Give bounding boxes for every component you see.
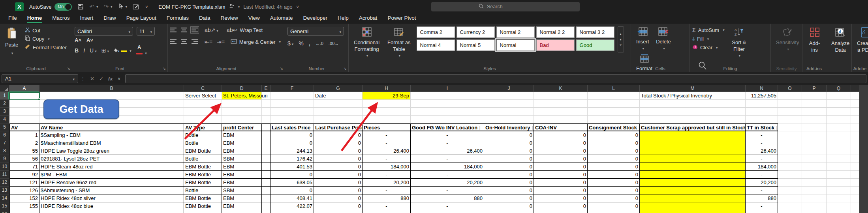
cell-K7[interactable]: 0	[534, 139, 588, 147]
orientation-button[interactable]: ab↗	[205, 27, 218, 33]
cell-D13[interactable]: SBM	[222, 187, 262, 194]
cell-H2[interactable]	[363, 100, 411, 108]
cell-K12[interactable]: 0	[534, 179, 588, 187]
tab-formulas[interactable]: Formulas	[162, 13, 194, 24]
cell-M2[interactable]	[640, 100, 746, 108]
cell-x6[interactable]	[851, 131, 859, 139]
cell-K14[interactable]: 0	[534, 194, 588, 202]
cell-N4[interactable]	[746, 116, 778, 123]
cell-O14[interactable]	[778, 194, 802, 202]
cell-I9[interactable]: -	[411, 155, 484, 163]
row-header-4[interactable]: 4	[0, 116, 9, 123]
column-header-partial[interactable]	[851, 85, 859, 92]
insert-function-button[interactable]: fx	[108, 76, 113, 82]
save-button[interactable]	[77, 4, 84, 10]
cell-F2[interactable]	[271, 100, 314, 108]
cell-Q3[interactable]	[827, 108, 851, 116]
cell-x2[interactable]	[851, 100, 859, 108]
cell-A9[interactable]: 56	[9, 155, 39, 163]
cell-I4[interactable]	[411, 116, 484, 123]
insert-cells-button[interactable]: Insert	[633, 26, 652, 52]
enter-check-icon[interactable]: ✓	[99, 76, 103, 82]
cell-O15[interactable]	[778, 202, 802, 210]
cell-N15[interactable]: -	[746, 202, 778, 210]
align-left-button[interactable]	[170, 39, 177, 44]
autosum-button[interactable]: Σ AutoSum	[692, 27, 725, 33]
cell-F12[interactable]: 638.05	[271, 179, 314, 187]
column-header-C[interactable]: C	[184, 85, 222, 92]
cell-K2[interactable]	[534, 100, 588, 108]
number-format-select[interactable]: General	[287, 27, 344, 36]
cell-C10[interactable]: EBM Bottle	[184, 163, 222, 171]
cell-B10[interactable]: HDPE Steam 48oz red	[39, 163, 184, 171]
cell-F10[interactable]: 401.53	[271, 163, 314, 171]
align-center-button[interactable]	[181, 39, 187, 44]
cell-Q15[interactable]	[827, 202, 851, 210]
cell-A1[interactable]	[9, 92, 39, 100]
cell-A16[interactable]	[9, 210, 39, 213]
cell-N8[interactable]: 26,400	[746, 147, 778, 155]
tab-review[interactable]: Review	[215, 13, 243, 24]
cell-F13[interactable]: 0	[271, 187, 314, 194]
cell-B14[interactable]: HDPE Ridex 48oz silver	[39, 194, 184, 202]
cell-A11[interactable]: 92	[9, 171, 39, 179]
cell-style-normal-4[interactable]: Normal 4	[417, 39, 455, 51]
cell-N7[interactable]: -	[746, 139, 778, 147]
cell-D11[interactable]: EBM	[222, 171, 262, 179]
cell-A14[interactable]: 152	[9, 194, 39, 202]
cell-P3[interactable]	[802, 108, 827, 116]
cell-N14[interactable]: 880	[746, 194, 778, 202]
cell-E13[interactable]	[262, 187, 271, 194]
cell-E16[interactable]	[262, 210, 271, 213]
row-header-1[interactable]: 1	[0, 92, 9, 100]
cell-x16[interactable]	[851, 210, 859, 213]
cell-C15[interactable]: EBM Bottle	[184, 202, 222, 210]
cell-A13[interactable]: 126	[9, 187, 39, 194]
format-painter-button[interactable]: Format Painter	[25, 44, 67, 50]
cell-N3[interactable]	[746, 108, 778, 116]
cell-F3[interactable]	[271, 108, 314, 116]
cell-E7[interactable]	[262, 139, 271, 147]
cell-P4[interactable]	[802, 116, 827, 123]
cell-P12[interactable]	[802, 179, 827, 187]
column-header-E[interactable]: E	[262, 85, 271, 92]
cell-I15[interactable]: -	[411, 202, 484, 210]
cell-Q12[interactable]	[827, 179, 851, 187]
cell-B12[interactable]: HDPE Resolve 96oz red	[39, 179, 184, 187]
cell-O16[interactable]	[778, 210, 802, 213]
cell-L13[interactable]: 0	[588, 187, 640, 194]
cell-F8[interactable]: 244.13	[271, 147, 314, 155]
column-header-B[interactable]: B	[39, 85, 184, 92]
cell-E14[interactable]	[262, 194, 271, 202]
cell-N5[interactable]: TT in Stock :	[746, 123, 778, 131]
accounting-format-button[interactable]: $	[287, 40, 293, 47]
cell-D5[interactable]: profit Center	[222, 123, 262, 131]
row-header-16[interactable]: 16	[0, 210, 9, 213]
cancel-icon[interactable]: ✕	[90, 76, 94, 82]
cell-x14[interactable]	[851, 194, 859, 202]
cell-G6[interactable]: 0	[314, 131, 363, 139]
cell-Q8[interactable]	[827, 147, 851, 155]
row-header-6[interactable]: 6	[0, 131, 9, 139]
row-header-15[interactable]: 15	[0, 202, 9, 210]
tab-automate[interactable]: Automate	[265, 13, 298, 24]
cell-O3[interactable]	[778, 108, 802, 116]
quick-access-chevron-icon[interactable]: ∨	[145, 4, 148, 9]
cell-I5[interactable]: Good FG W/o INV Location :	[411, 123, 484, 131]
cell-A5[interactable]: AV	[9, 123, 39, 131]
column-header-H[interactable]: H	[363, 85, 411, 92]
cell-Q5[interactable]	[827, 123, 851, 131]
cell-J12[interactable]: 0	[484, 179, 534, 187]
cell-K16[interactable]	[534, 210, 588, 213]
cell-N2[interactable]	[746, 100, 778, 108]
cell-x4[interactable]	[851, 116, 859, 123]
cell-N9[interactable]: -	[746, 155, 778, 163]
cell-Q4[interactable]	[827, 116, 851, 123]
column-header-M[interactable]: M	[640, 85, 746, 92]
cell-Q10[interactable]	[827, 163, 851, 171]
formula-input[interactable]	[125, 74, 866, 83]
row-header-7[interactable]: 7	[0, 139, 9, 147]
cell-F4[interactable]	[271, 116, 314, 123]
cell-style-good[interactable]: Good	[576, 39, 614, 51]
cell-P6[interactable]	[802, 131, 827, 139]
